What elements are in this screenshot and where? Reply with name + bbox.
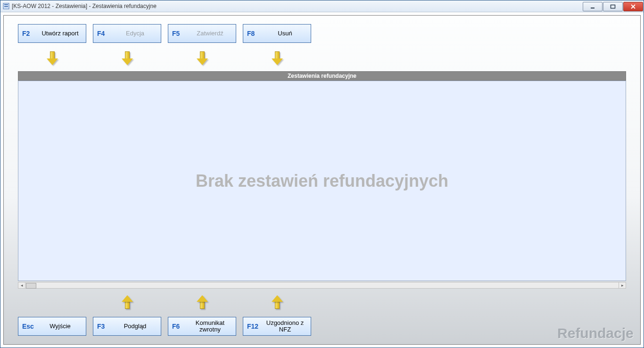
svg-rect-1 xyxy=(4,4,8,5)
btn-approve[interactable]: F5Zatwierdź xyxy=(168,24,236,43)
titlebar: [KS-AOW 2012 - Zestawienia] - Zestawieni… xyxy=(0,0,644,12)
btn-create-report[interactable]: F2Utwórz raport xyxy=(18,24,86,43)
fkey-label: F12 xyxy=(247,323,263,330)
btn-nfz-agreed[interactable]: F12Uzgodniono z NFZ xyxy=(243,317,311,336)
arrow-down-icon xyxy=(168,50,236,66)
client-area: F2Utwórz raportF4EdycjaF5ZatwierdźF8Usuń… xyxy=(3,15,641,345)
minimize-button[interactable] xyxy=(583,2,603,11)
fkey-text: Komunikat zwrotny xyxy=(188,320,232,333)
fkey-label: F3 xyxy=(97,323,113,330)
btn-return-message[interactable]: F6Komunikat zwrotny xyxy=(168,317,236,336)
app-window: [KS-AOW 2012 - Zestawienia] - Zestawieni… xyxy=(0,0,644,348)
btn-edit[interactable]: F4Edycja xyxy=(93,24,161,43)
fkey-label: F4 xyxy=(97,30,113,37)
btn-preview[interactable]: F3Podgląd xyxy=(93,317,161,336)
window-controls xyxy=(582,1,643,11)
fkey-text: Zatwierdź xyxy=(188,30,232,37)
fkey-text: Utwórz raport xyxy=(38,30,82,37)
fkey-text: Usuń xyxy=(263,30,307,37)
arrow-down-icon xyxy=(243,50,311,66)
scroll-thumb[interactable] xyxy=(26,283,36,289)
app-icon xyxy=(2,2,10,10)
horizontal-scrollbar[interactable]: ◂ ▸ xyxy=(18,282,626,289)
svg-rect-2 xyxy=(4,6,8,7)
panel-header: Zestawienia refundacyjne xyxy=(18,71,626,81)
arrow-up-icon xyxy=(93,293,161,310)
fkey-text: Wyjście xyxy=(38,323,82,330)
arrows-bottom xyxy=(18,293,311,310)
top-button-row: F2Utwórz raportF4EdycjaF5ZatwierdźF8Usuń xyxy=(18,24,311,43)
panel-body: Brak zestawień refundacyjnych xyxy=(18,81,626,281)
bottom-button-row: EscWyjścieF3PodglądF6Komunikat zwrotnyF1… xyxy=(18,317,311,336)
fkey-label: F6 xyxy=(172,323,188,330)
fkey-label: F2 xyxy=(22,30,38,37)
window-title: [KS-AOW 2012 - Zestawienia] - Zestawieni… xyxy=(12,3,582,9)
btn-delete[interactable]: F8Usuń xyxy=(243,24,311,43)
svg-rect-3 xyxy=(591,8,594,8)
watermark: Refundacje xyxy=(557,325,634,341)
fkey-text: Podgląd xyxy=(113,323,157,330)
arrows-top xyxy=(18,50,311,66)
close-button[interactable] xyxy=(623,2,643,11)
scroll-left-icon[interactable]: ◂ xyxy=(18,282,25,288)
scroll-right-icon[interactable]: ▸ xyxy=(619,282,626,288)
arrow-down-icon xyxy=(18,50,86,66)
btn-exit[interactable]: EscWyjście xyxy=(18,317,86,336)
fkey-label: F8 xyxy=(247,30,263,37)
fkey-label: F5 xyxy=(172,30,188,37)
arrow-up-icon xyxy=(168,293,236,310)
fkey-label: Esc xyxy=(22,323,38,330)
maximize-button[interactable] xyxy=(603,2,623,11)
arrow-down-icon xyxy=(93,50,161,66)
panel-empty-text: Brak zestawień refundacyjnych xyxy=(196,171,448,191)
fkey-text: Edycja xyxy=(113,30,157,37)
arrow-up-icon xyxy=(243,293,311,310)
panel: Zestawienia refundacyjne Brak zestawień … xyxy=(18,71,626,289)
fkey-text: Uzgodniono z NFZ xyxy=(263,320,307,333)
svg-rect-4 xyxy=(611,5,615,8)
